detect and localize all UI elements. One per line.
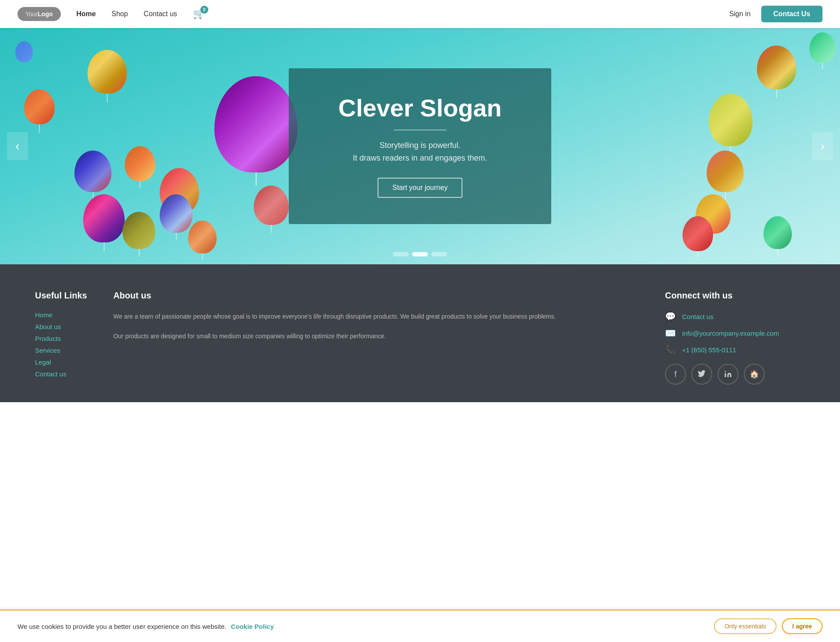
nav-contact[interactable]: Contact us bbox=[144, 10, 177, 18]
footer-useful-links: Useful Links Home About us Products Serv… bbox=[35, 291, 87, 385]
hero-next-button[interactable]: › bbox=[812, 132, 833, 160]
contact-us-button[interactable]: Contact Us bbox=[761, 6, 822, 22]
hero-dot-2[interactable] bbox=[412, 252, 428, 256]
hero-card: Clever Slogan Storytelling is powerful. … bbox=[289, 68, 551, 224]
contact-row: 💬 Contact us bbox=[665, 311, 805, 322]
footer-connect: Connect with us 💬 Contact us ✉️ info@you… bbox=[665, 291, 805, 385]
social-row: f 🏠 bbox=[665, 364, 805, 385]
footer-email-link[interactable]: info@yourcompany.example.com bbox=[682, 330, 779, 337]
nav-home[interactable]: Home bbox=[77, 10, 96, 18]
about-text-2: Our products are designed for small to m… bbox=[113, 331, 639, 342]
footer-link-products[interactable]: Products bbox=[35, 335, 87, 342]
svg-point-0 bbox=[725, 371, 726, 372]
email-row: ✉️ info@yourcompany.example.com bbox=[665, 328, 805, 338]
chat-icon: 💬 bbox=[665, 311, 676, 322]
useful-links-heading: Useful Links bbox=[35, 291, 87, 301]
hero-dot-3[interactable] bbox=[431, 252, 447, 256]
sign-in-link[interactable]: Sign in bbox=[729, 10, 751, 18]
cart-badge: 0 bbox=[200, 6, 208, 14]
footer-link-services[interactable]: Services bbox=[35, 347, 87, 354]
phone-icon: 📞 bbox=[665, 344, 676, 355]
about-heading: About us bbox=[113, 291, 639, 301]
logo[interactable]: YourLogo bbox=[18, 7, 61, 21]
cart-icon[interactable]: 🛒 0 bbox=[193, 8, 205, 20]
phone-row: 📞 +1 (650) 555-0111 bbox=[665, 344, 805, 355]
about-text-1: We are a team of passionate people whose… bbox=[113, 311, 639, 322]
hero-dots bbox=[393, 252, 447, 256]
connect-heading: Connect with us bbox=[665, 291, 805, 301]
linkedin-button[interactable] bbox=[718, 364, 738, 385]
hero-section: Clever Slogan Storytelling is powerful. … bbox=[0, 28, 840, 264]
hero-divider bbox=[394, 130, 446, 130]
hero-cta-button[interactable]: Start your journey bbox=[378, 178, 462, 198]
footer-link-home[interactable]: Home bbox=[35, 311, 87, 319]
footer-about: About us We are a team of passionate peo… bbox=[113, 291, 639, 385]
footer: Useful Links Home About us Products Serv… bbox=[0, 264, 840, 402]
hero-subtitle: Storytelling is powerful. It draws reade… bbox=[324, 139, 516, 165]
hero-title: Clever Slogan bbox=[324, 95, 516, 122]
footer-contact-link[interactable]: Contact us bbox=[682, 313, 714, 320]
footer-link-about[interactable]: About us bbox=[35, 323, 87, 330]
hero-dot-1[interactable] bbox=[393, 252, 409, 256]
nav-shop[interactable]: Shop bbox=[112, 10, 128, 18]
footer-link-contact[interactable]: Contact us bbox=[35, 370, 87, 378]
twitter-button[interactable] bbox=[691, 364, 712, 385]
home-social-button[interactable]: 🏠 bbox=[744, 364, 765, 385]
navbar-left: YourLogo Home Shop Contact us 🛒 0 bbox=[18, 7, 205, 21]
hero-prev-button[interactable]: ‹ bbox=[7, 132, 28, 160]
email-icon: ✉️ bbox=[665, 328, 676, 338]
footer-link-legal[interactable]: Legal bbox=[35, 358, 87, 366]
navbar-right: Sign in Contact Us bbox=[729, 6, 822, 22]
navbar: YourLogo Home Shop Contact us 🛒 0 Sign i… bbox=[0, 0, 840, 28]
footer-phone-link[interactable]: +1 (650) 555-0111 bbox=[682, 346, 736, 354]
facebook-button[interactable]: f bbox=[665, 364, 686, 385]
hero-overlay: Clever Slogan Storytelling is powerful. … bbox=[0, 28, 840, 264]
